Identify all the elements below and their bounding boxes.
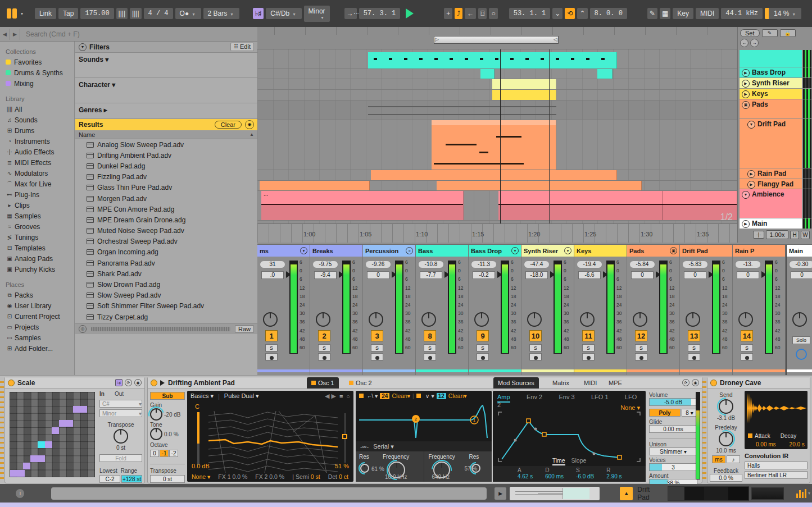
- slope-mode-button[interactable]: Slope: [571, 457, 587, 464]
- save-preset-icon[interactable]: ◉: [134, 379, 142, 386]
- set-button[interactable]: Set: [740, 29, 760, 37]
- solo-button[interactable]: S: [371, 344, 383, 351]
- arm-button[interactable]: [635, 353, 647, 360]
- sustain-field[interactable]: S-6.0 dB: [576, 467, 594, 482]
- filters-collapse-icon[interactable]: ▼: [79, 43, 87, 51]
- browser-file-row[interactable]: Muted Noise Sweep Pad.adv: [75, 226, 257, 236]
- attack-field[interactable]: A4.62 s: [518, 467, 533, 482]
- midi-clip[interactable]: [597, 69, 613, 79]
- gain-value[interactable]: -20 dB: [164, 412, 180, 418]
- name-column-header[interactable]: Name ▲: [75, 130, 257, 139]
- tone-value[interactable]: 0.0 %: [164, 431, 179, 437]
- sidebar-collection-item[interactable]: Favorites: [4, 57, 74, 67]
- sidebar-collection-item[interactable]: Mixing: [4, 78, 74, 89]
- browser-file-row[interactable]: Soft Shimmer Filter Sweep Pad.adv: [75, 301, 257, 312]
- mixer-channel-strip[interactable]: Bass Drop▾ -11.3 -0.2 6 0 6 12 18 24 30 …: [469, 245, 521, 375]
- track-header-icon[interactable]: ▣: [670, 247, 677, 254]
- scale-grid[interactable]: [10, 392, 95, 477]
- range-field[interactable]: +128 st: [121, 475, 142, 483]
- solo-button[interactable]: S: [265, 344, 278, 351]
- browser-file-row[interactable]: Analog Slow Sweep Pad.adv: [75, 139, 257, 150]
- sidebar-collection-item[interactable]: Drums & Synths: [4, 67, 74, 78]
- solo-button[interactable]: S: [688, 344, 700, 351]
- device-chain-thumbnail[interactable]: [751, 487, 784, 500]
- device-fold-strip[interactable]: [0, 378, 4, 482]
- nudge-down-icon[interactable]: ||||: [116, 8, 128, 19]
- transpose-knob[interactable]: [114, 429, 128, 444]
- re-enable-automation-button[interactable]: ←: [465, 8, 476, 19]
- play-icon[interactable]: ▶: [747, 170, 755, 178]
- sidebar-library-item[interactable]: ∿ Modulators: [4, 168, 74, 179]
- sidebar-library-item[interactable]: ◔ Instruments: [4, 136, 74, 147]
- filter2-on-checkbox[interactable]: [416, 394, 421, 398]
- time-ruler[interactable]: 1:00 1:05 1:10 1:15 1:20 1:25 1:30 1:35: [257, 223, 737, 243]
- filter1-slope-badge[interactable]: 24: [380, 393, 389, 399]
- browser-file-row[interactable]: Morgen Pad.adv: [75, 193, 257, 204]
- time-mode-button[interactable]: Time: [552, 457, 565, 465]
- res1-knob[interactable]: [360, 464, 369, 473]
- chevron-down-icon[interactable]: ▼: [747, 121, 755, 129]
- det-value[interactable]: Det 0 ct: [328, 473, 348, 480]
- volume-field[interactable]: .0: [261, 271, 284, 279]
- track-header-rain-pad[interactable]: ▶Rain Pad: [740, 168, 811, 179]
- sync-mode-button[interactable]: ♪: [727, 455, 740, 463]
- wavetable-select[interactable]: Pulse Dual ▾: [224, 392, 259, 400]
- arm-button[interactable]: [582, 353, 595, 360]
- predelay-value[interactable]: 10.0 ms: [710, 447, 742, 454]
- arm-button[interactable]: [371, 353, 383, 360]
- track-lane[interactable]: [257, 120, 737, 170]
- loop-start-field[interactable]: 53. 1. 1: [509, 8, 551, 19]
- mixer-channel-strip[interactable]: Keys -19.4 -6.6 6 0 6 12 18 24 30 36 42 …: [574, 245, 627, 375]
- sidebar-library-item[interactable]: ▣ Analog Pads: [4, 253, 74, 264]
- track-header-icon[interactable]: ▾: [564, 247, 571, 254]
- capture-midi-button[interactable]: ⌼: [478, 8, 487, 19]
- device-on-icon[interactable]: [151, 380, 157, 386]
- audio-clip-ambience[interactable]: ...: [261, 191, 464, 220]
- filter-routing-select[interactable]: Serial ▾: [373, 443, 394, 450]
- playhead[interactable]: [500, 49, 501, 223]
- play-icon[interactable]: ▶: [742, 69, 750, 77]
- ir-decay-value[interactable]: 20.0 s: [790, 441, 805, 447]
- out-label[interactable]: Out: [115, 391, 124, 397]
- release-field[interactable]: R2.90 s: [606, 467, 622, 482]
- mixer-track-name[interactable]: Rain P: [733, 245, 785, 257]
- link-button[interactable]: Link: [35, 8, 56, 19]
- track-activator[interactable]: 1: [265, 330, 278, 341]
- genres-filter-title[interactable]: Genres ▸: [79, 106, 254, 114]
- ir-attack-value[interactable]: 0.00 ms: [756, 441, 776, 447]
- tab-midi[interactable]: MIDI: [579, 377, 601, 389]
- chevron-down-icon[interactable]: ▾: [808, 491, 810, 496]
- sort-ascending-icon[interactable]: ▲: [250, 132, 254, 137]
- midi-clip[interactable]: [492, 79, 556, 89]
- tab-mpe[interactable]: MPE: [604, 377, 627, 389]
- res1-value[interactable]: 61 %: [371, 466, 384, 472]
- metronome-button[interactable]: O● ▾: [175, 8, 201, 19]
- res2-value[interactable]: 57 %: [465, 465, 478, 472]
- chevron-down-icon[interactable]: ▼: [742, 191, 750, 199]
- track-lane[interactable]: [257, 69, 737, 79]
- filter2-slope-badge[interactable]: 12: [437, 393, 446, 399]
- browser-file-row[interactable]: Fizzling Pad.adv: [75, 172, 257, 182]
- filter2-circuit-select[interactable]: Clean▾: [448, 392, 467, 399]
- midi-clip[interactable]: [492, 90, 556, 100]
- mixer-track-name[interactable]: Breaks: [310, 245, 362, 257]
- key-map-button[interactable]: Key: [673, 8, 693, 19]
- mixer-channel-strip[interactable]: Rain P -13. 0 6 0 6 12 18 24 30 36 42 48…: [733, 245, 786, 375]
- pan-knob[interactable]: [738, 312, 753, 327]
- solo-button[interactable]: S: [741, 344, 753, 351]
- arm-button[interactable]: [741, 353, 753, 360]
- mixer-track-name[interactable]: Synth Riser▾: [521, 245, 574, 257]
- sidebar-library-item[interactable]: ▦ Samples: [4, 211, 74, 221]
- follow-button[interactable]: →⋯: [344, 8, 357, 19]
- track-activator[interactable]: 8: [424, 330, 436, 341]
- track-activator[interactable]: 3: [371, 330, 383, 341]
- amp-envelope-display[interactable]: [497, 411, 641, 463]
- fx1-value[interactable]: FX 1 0.0 %: [218, 473, 247, 480]
- device-fold-strip[interactable]: [702, 378, 706, 482]
- sidebar-library-item[interactable]: ▣ Punchy Kicks: [4, 264, 74, 275]
- solo-button[interactable]: S: [529, 344, 542, 351]
- track-header-pads-group[interactable]: ▣Pads: [740, 99, 811, 118]
- scale-name-select[interactable]: Minor ▾: [99, 409, 142, 417]
- sidebar-library-item[interactable]: ≣ MIDI Effects: [4, 157, 74, 168]
- octave-0-button[interactable]: 0: [150, 450, 159, 457]
